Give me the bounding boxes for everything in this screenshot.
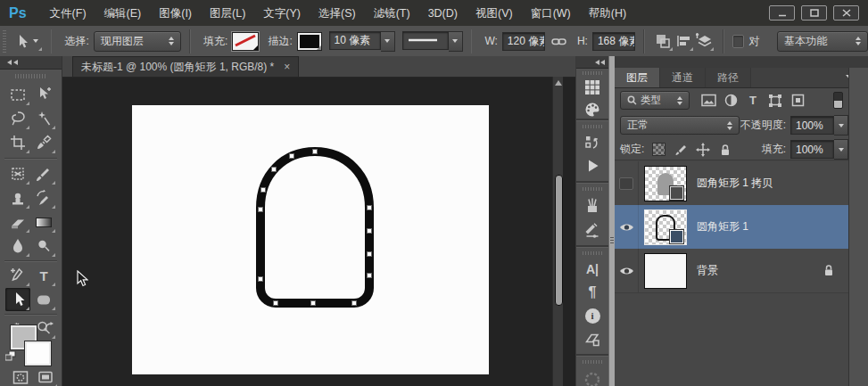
rounded-rectangle-shape-tool[interactable] [31, 288, 56, 311]
tab-layers[interactable]: 图层 [615, 68, 660, 87]
layer-row-copy[interactable]: 圆角矩形 1 拷贝 [615, 161, 848, 206]
eraser-tool[interactable] [5, 210, 30, 234]
marquee-tool[interactable] [5, 83, 30, 106]
dodge-tool[interactable] [31, 234, 56, 258]
screen-mode-button[interactable] [33, 365, 58, 386]
eyedropper-tool[interactable] [31, 131, 56, 154]
rounded-arch-shape-path[interactable] [254, 145, 376, 309]
clone-source-panel-button[interactable] [583, 367, 602, 386]
maximize-button[interactable] [801, 5, 827, 21]
lock-position-button[interactable] [693, 141, 713, 158]
default-colors-button[interactable] [5, 351, 16, 361]
menu-view[interactable]: 视图(V) [467, 1, 522, 26]
workspace-dropdown[interactable]: 基本功能 [777, 31, 868, 52]
paragraph-panel-button[interactable]: ¶ [583, 282, 602, 303]
swatches-panel-button[interactable] [583, 77, 602, 98]
healing-patch-tool[interactable] [5, 162, 30, 185]
dock-gripper[interactable] [583, 125, 602, 128]
dock-gripper[interactable] [583, 187, 602, 191]
eye-icon[interactable] [619, 222, 634, 233]
menu-image[interactable]: 图像(I) [150, 1, 201, 26]
path-operations-button[interactable] [653, 30, 674, 52]
quick-mask-button[interactable] [8, 365, 33, 386]
blend-mode-dropdown[interactable]: 正常 [620, 116, 740, 135]
layer-row-background[interactable]: 背景 [615, 249, 848, 293]
scrollbar-thumb[interactable] [555, 175, 563, 306]
filter-smart-objects-button[interactable] [788, 92, 807, 109]
filter-kind-dropdown[interactable]: 类型 [620, 91, 690, 110]
eye-icon[interactable] [619, 266, 634, 276]
menu-file[interactable]: 文件(F) [41, 1, 95, 26]
clone-stamp-tool[interactable] [5, 186, 30, 209]
tools-panel-header[interactable] [0, 56, 62, 70]
stroke-type-dropdown-button[interactable] [449, 31, 463, 52]
vertical-scrollbar[interactable] [552, 77, 563, 386]
path-alignment-button[interactable] [674, 30, 694, 52]
type-tool[interactable]: T [31, 264, 56, 287]
scroll-up-arrow-icon[interactable] [555, 80, 562, 86]
menu-type[interactable]: 文字(Y) [254, 1, 310, 26]
tab-channels[interactable]: 通道 [660, 68, 706, 87]
brush-tool[interactable] [31, 162, 56, 185]
minimize-button[interactable] [769, 5, 795, 21]
filter-type-layers-button[interactable]: T [743, 92, 763, 109]
menu-window[interactable]: 窗口(W) [522, 1, 580, 26]
move-tool[interactable] [31, 83, 56, 106]
path-selection-tool-selected[interactable] [5, 288, 30, 311]
filter-toggle-switch[interactable] [833, 92, 843, 109]
pen-tool[interactable] [5, 264, 30, 287]
history-brush-tool[interactable] [31, 186, 56, 209]
menu-edit[interactable]: 编辑(E) [95, 1, 151, 26]
tool-preset-button[interactable] [12, 30, 42, 52]
menu-select[interactable]: 选择(S) [310, 1, 365, 26]
layer-row-selected[interactable]: 圆角矩形 1 [615, 205, 848, 250]
opacity-input[interactable]: 100% [790, 116, 834, 135]
document-tab[interactable]: 未标题-1 @ 100% (圆角矩形 1, RGB/8) * × [72, 56, 299, 77]
shape-height-input[interactable]: 168 像素 [592, 32, 635, 51]
layer-name[interactable]: 圆角矩形 1 拷贝 [697, 161, 773, 205]
color-panel-button[interactable] [583, 99, 602, 120]
tab-paths[interactable]: 路径 [706, 68, 751, 87]
fill-dropdown-button[interactable] [834, 139, 848, 160]
lasso-tool[interactable] [5, 107, 30, 130]
menu-filter[interactable]: 滤镜(T) [365, 1, 419, 26]
menu-help[interactable]: 帮助(H) [580, 1, 635, 26]
visibility-cell[interactable] [615, 249, 639, 292]
fill-opacity-input[interactable]: 100% [790, 140, 834, 159]
stroke-swatch[interactable] [297, 32, 322, 51]
stroke-width-dropdown-button[interactable] [381, 31, 395, 52]
lock-pixels-button[interactable] [671, 141, 690, 158]
fill-swatch[interactable] [232, 32, 259, 51]
path-arrangement-button[interactable] [694, 30, 715, 52]
filter-shape-layers-button[interactable] [765, 92, 785, 109]
brush-presets-panel-button[interactable] [583, 218, 602, 240]
filter-adjustment-layers-button[interactable] [721, 92, 740, 109]
opacity-dropdown-button[interactable] [834, 115, 848, 136]
crop-tool[interactable] [5, 131, 30, 154]
background-color-swatch[interactable] [25, 341, 51, 365]
info-panel-button[interactable]: i [583, 305, 602, 326]
layer-thumbnail[interactable] [644, 253, 687, 289]
actions-panel-button[interactable] [583, 155, 602, 177]
properties-panel-button[interactable] [583, 328, 602, 349]
dock-gripper[interactable] [583, 71, 602, 75]
options-bar-gripper[interactable] [3, 29, 6, 53]
layer-name[interactable]: 圆角矩形 1 [697, 205, 748, 249]
visibility-empty-box[interactable] [619, 177, 633, 190]
shape-width-input[interactable]: 120 像素 [502, 32, 545, 51]
visibility-cell[interactable] [615, 205, 639, 249]
layers-panel-header[interactable] [615, 56, 868, 69]
magic-wand-tool[interactable] [31, 107, 56, 130]
vector-mask-badge-icon[interactable] [670, 186, 683, 200]
history-panel-button[interactable] [583, 132, 602, 153]
dock-gripper[interactable] [583, 360, 602, 364]
tab-close-button[interactable]: × [284, 61, 290, 73]
visibility-cell[interactable] [615, 161, 639, 205]
tools-panel-gripper[interactable] [15, 74, 47, 78]
dock-resize-grip[interactable] [610, 236, 614, 243]
filter-pixel-layers-button[interactable] [699, 92, 718, 109]
vector-mask-badge-icon[interactable] [670, 230, 683, 243]
align-edges-checkbox[interactable] [732, 35, 744, 48]
menu-3d[interactable]: 3D(D) [419, 1, 467, 26]
lock-all-button[interactable] [715, 141, 735, 158]
